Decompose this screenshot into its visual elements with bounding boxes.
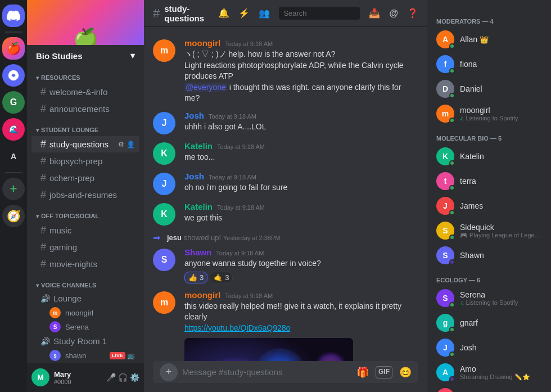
server-icon-2[interactable] — [2, 64, 25, 87]
username: Shawn — [184, 247, 211, 257]
timestamp: Today at 9:18 AM — [216, 250, 264, 256]
timestamp: Today at 9:18 AM — [225, 292, 273, 299]
channel-sidebar: 🍏 Bio Studies ▾ ▾ RESOURCES # welcome-&-… — [27, 0, 144, 392]
member-avatar: S — [436, 289, 454, 307]
server-bio-studies[interactable]: 🍎 — [2, 37, 25, 60]
channel-jobs-and-resumes[interactable]: # jobs-and-resumes — [31, 187, 139, 203]
member-fiona[interactable]: f fiona — [432, 52, 547, 76]
channel-welcome-info[interactable]: # welcome-&-info — [31, 84, 139, 100]
discord-icon[interactable] — [2, 4, 25, 27]
channel-label: welcome-&-info — [49, 87, 107, 97]
boost-icon[interactable]: ⚡ — [238, 8, 250, 19]
member-daniel[interactable]: D Daniel — [432, 76, 547, 101]
hash-icon: # — [40, 155, 46, 167]
inbox-icon[interactable]: 📥 — [369, 8, 380, 19]
member-moongirl[interactable]: m moongirl ♫ Listening to Spotify — [432, 101, 547, 126]
member-amo[interactable]: A Amo Streaming Drawing ✏️⭐ — [432, 360, 547, 385]
members-icon[interactable]: 👥 — [259, 8, 270, 19]
status-dot — [449, 210, 455, 215]
video-link[interactable]: https://youtu.be/QiDx6aQ928o — [184, 323, 290, 332]
current-user-tag: #0000 — [54, 379, 102, 385]
message-group: K Katelin Today at 9:18 AM me too... — [144, 139, 427, 167]
member-name: Allan 👑 — [460, 35, 542, 44]
channel-movie-nights[interactable]: # movie-nights — [31, 256, 139, 272]
emoji-icon[interactable]: 😊 — [399, 366, 412, 379]
message-input[interactable] — [182, 361, 352, 383]
reaction-shaka[interactable]: 🤙 3 — [210, 272, 233, 283]
category-voice[interactable]: ▾ VOICE CHANNELS — [27, 273, 144, 291]
member-james[interactable]: J James — [432, 193, 547, 218]
server-icon-5[interactable]: A — [2, 145, 25, 168]
member-info: terra — [460, 177, 542, 186]
ecology-category: ECOLOGY — 6 — [432, 268, 547, 286]
voice-study-room-1[interactable]: 🔊 Study Room 1 — [31, 334, 139, 348]
message-text: @everyone i thought this was right. can … — [184, 82, 418, 104]
member-info: Serena ♫ Listening to Spotify — [460, 290, 542, 306]
settings-button[interactable]: ⚙️ — [130, 373, 139, 382]
channel-biopsych-prep[interactable]: # biopsych-prep — [31, 153, 139, 169]
voice-member-serena[interactable]: S Serena — [31, 320, 139, 334]
mention-icon[interactable]: @ — [389, 8, 398, 19]
member-name: gnarf — [460, 318, 542, 327]
status-dot — [449, 43, 455, 49]
headphones-toggle[interactable]: 🎧 — [118, 373, 128, 382]
user-info: Mary #0000 — [54, 370, 102, 385]
add-attachment-button[interactable]: + — [160, 363, 178, 381]
message-content: Shawn Today at 9:18 AM anyone wanna stud… — [184, 247, 418, 283]
settings-icon[interactable]: ⚙ — [118, 141, 124, 148]
voice-lounge[interactable]: 🔊 Lounge — [31, 291, 139, 305]
username: Josh — [184, 172, 204, 181]
avatar: J — [153, 173, 175, 195]
invite-icon[interactable]: 👤 — [127, 141, 135, 148]
help-icon[interactable]: ❓ — [407, 8, 418, 19]
hash-icon: # — [40, 258, 46, 270]
member-info: Sidequick 🎮 Playing League of Legends — [460, 223, 542, 239]
video-thumbnail[interactable]: ▶ — [184, 338, 353, 361]
member-avatar: K — [436, 147, 454, 165]
member-avatar: S — [49, 321, 61, 332]
channel-study-questions[interactable]: # study-questions ⚙ 👤 — [31, 136, 139, 152]
search-input[interactable] — [279, 7, 360, 20]
reaction-count: 3 — [200, 273, 204, 282]
server-icon-3[interactable]: G — [2, 91, 25, 114]
explore-button[interactable]: 🧭 — [2, 205, 25, 227]
channel-gaming[interactable]: # gaming — [31, 239, 139, 255]
member-avatar: s — [49, 350, 61, 361]
member-terra[interactable]: t terra — [432, 169, 547, 193]
channel-ochem-prep[interactable]: # ochem-prep — [31, 170, 139, 186]
gift-icon[interactable]: 🎁 — [356, 366, 369, 379]
member-katelin[interactable]: K Katelin — [432, 144, 547, 169]
member-gnarf[interactable]: g gnarf — [432, 310, 547, 335]
member-muffins[interactable]: m muffins — [432, 385, 547, 392]
channel-label: gaming — [49, 242, 77, 252]
message-content: Josh Today at 9:18 AM oh no i'm going to… — [184, 172, 418, 195]
timestamp: Today at 9:18 AM — [217, 204, 265, 211]
messages-area[interactable]: m moongirl Today at 9:18 AM ヽ( ; ▽ ; )ノ … — [144, 27, 427, 361]
category-student-lounge[interactable]: ▾ STUDENT LOUNGE — [27, 118, 144, 136]
category-off-topic[interactable]: ▾ OFF TOPIC/SOCIAL — [27, 204, 144, 222]
bell-icon[interactable]: 🔔 — [218, 8, 229, 19]
voice-member-moongirl[interactable]: m moongirl — [31, 306, 139, 319]
category-resources[interactable]: ▾ RESOURCES — [27, 65, 144, 83]
add-server-button[interactable]: + — [2, 178, 25, 200]
member-allan[interactable]: A Allan 👑 — [432, 27, 547, 52]
channel-announcements[interactable]: # announcements — [31, 101, 139, 117]
reaction-thumbs-up[interactable]: 👍 3 — [184, 272, 207, 283]
mic-toggle[interactable]: 🎤 — [106, 373, 116, 382]
member-shawn[interactable]: S Shawn — [432, 243, 547, 268]
server-icon-4[interactable]: 🌊 — [2, 118, 25, 141]
timestamp: Today at 9:18 AM — [225, 40, 273, 47]
mention[interactable]: @everyone — [184, 83, 227, 92]
channel-music[interactable]: # music — [31, 222, 139, 238]
current-user-avatar: M — [31, 368, 49, 386]
user-panel: M Mary #0000 🎤 🎧 ⚙️ — [27, 363, 144, 392]
member-josh[interactable]: J Josh — [432, 335, 547, 360]
speaker-icon: 🔊 — [40, 294, 50, 303]
server-header[interactable]: Bio Studies ▾ — [27, 45, 144, 65]
member-serena[interactable]: S Serena ♫ Listening to Spotify — [432, 286, 547, 310]
gif-button[interactable]: GIF — [376, 366, 392, 379]
avatar: J — [153, 112, 175, 134]
member-sidequick[interactable]: S Sidequick 🎮 Playing League of Legends — [432, 218, 547, 243]
server-name: Bio Studies — [36, 51, 83, 61]
voice-member-shawn[interactable]: s shawn LIVE 📺 — [31, 349, 139, 362]
